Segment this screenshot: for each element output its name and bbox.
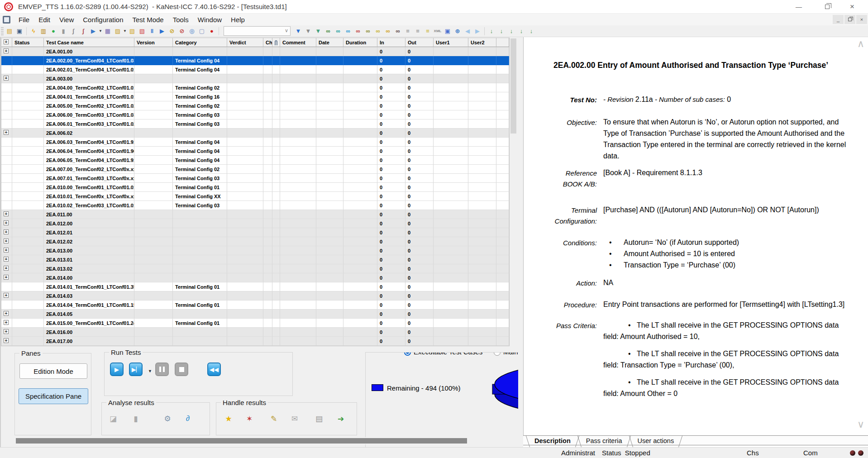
tab-pass-criteria[interactable]: Pass criteria xyxy=(581,436,628,447)
table-row[interactable]: 2EA.014.04_TermConf01_LTConf01.152Termin… xyxy=(1,301,509,310)
table-row[interactable]: 2EA.014.01_TermConf01_LTConf01.35Termina… xyxy=(1,282,509,291)
list-mid-icon[interactable]: ≡ xyxy=(413,27,423,36)
column-header-verdict[interactable]: Verdict xyxy=(227,38,263,47)
toolbar-search-combo[interactable] xyxy=(224,26,291,36)
rewind-button[interactable]: ◀◀ xyxy=(207,363,221,376)
minimize-button[interactable]: — xyxy=(788,0,809,14)
horizontal-scrollbar[interactable] xyxy=(1,437,518,444)
row-expander-icon[interactable]: + xyxy=(4,311,9,316)
table-row[interactable]: 2EA.010.00_TermConf01_LTConf01.01Termina… xyxy=(1,183,509,192)
abort-icon[interactable]: ● xyxy=(207,27,217,36)
export-report-5-icon[interactable]: ↓ xyxy=(526,27,536,36)
filter-icon[interactable]: ▼ xyxy=(293,27,303,36)
row-expander-icon[interactable]: + xyxy=(4,257,9,262)
mdi-close-button[interactable]: × xyxy=(856,15,867,24)
row-expander-icon[interactable]: + xyxy=(4,239,9,243)
column-header-test-case-name[interactable]: Test Case name xyxy=(44,38,134,47)
table-row[interactable]: +2EA.011.0000 xyxy=(1,210,509,219)
menu-tools[interactable]: Tools xyxy=(168,14,193,25)
block-film-icon[interactable]: ⊘ xyxy=(177,27,187,36)
row-expander-icon[interactable]: + xyxy=(4,248,9,253)
export-report-1-icon[interactable]: ↓ xyxy=(486,27,496,36)
run-to-breakpoint-button[interactable]: ▶▏ xyxy=(129,363,143,376)
film-icon[interactable]: ▦ xyxy=(103,27,113,36)
table-row[interactable]: +2EA.013.0100 xyxy=(1,255,509,264)
probe-red-icon[interactable]: ∫ xyxy=(78,27,88,36)
row-expander-icon[interactable]: + xyxy=(4,266,9,271)
report-document-icon[interactable]: ▮ xyxy=(130,413,142,425)
row-expander-icon[interactable]: + xyxy=(4,229,9,234)
expand-all-icon[interactable]: + xyxy=(4,39,9,44)
column-header-expand-all-icon[interactable]: + xyxy=(1,38,12,47)
table-row[interactable]: +2EA.006.0200 xyxy=(1,129,509,138)
mdi-restore-button[interactable] xyxy=(844,15,855,24)
export-folder-icon[interactable]: ▨ xyxy=(113,27,123,36)
web-config-icon[interactable]: ⊕ xyxy=(453,27,463,36)
disconnect-reader-icon[interactable]: ▮ xyxy=(58,27,68,36)
table-row[interactable]: +2EA.013.0000 xyxy=(1,246,509,255)
table-row[interactable]: +2EA.001.0000 xyxy=(1,47,509,56)
table-row[interactable]: +2EA.012.0000 xyxy=(1,219,509,228)
table-row[interactable]: 2EA.005.00_TermConf02_LTConf01.02Termina… xyxy=(1,101,509,110)
favourite-result-icon[interactable]: ★ xyxy=(223,413,234,425)
run-button[interactable]: ▶ xyxy=(110,363,124,376)
table-row[interactable]: +2EA.015.00_TermConf01_LTConf01.24Termin… xyxy=(1,319,509,328)
table-row[interactable]: 2EA.010.02_TermConf03_LTConf01.01Termina… xyxy=(1,201,509,210)
row-expander-icon[interactable]: + xyxy=(4,338,9,343)
mdi-minimize-button[interactable]: _ xyxy=(833,15,844,24)
hold-red-icon[interactable]: ▧ xyxy=(137,27,147,36)
find-teal-icon[interactable]: ∞ xyxy=(333,27,343,36)
connect-reader-icon[interactable]: ● xyxy=(48,27,58,36)
column-header-in[interactable]: In xyxy=(377,38,405,47)
row-expander-icon[interactable]: + xyxy=(4,130,9,135)
table-row[interactable]: 2EA.007.01_TermConf03_LTConf0x.xxTermina… xyxy=(1,174,509,183)
table-row[interactable]: 2EA.006.05_TermConf04_LTConf01.91Termina… xyxy=(1,156,509,165)
table-vertical-scrollbar[interactable] xyxy=(510,38,517,346)
menu-help[interactable]: Help xyxy=(226,14,249,25)
table-row[interactable]: 2EA.002.00_TermConf04_LTConf01.03Termina… xyxy=(1,56,509,65)
table-row[interactable]: +2EA.017.0000 xyxy=(1,337,509,346)
mail-result-icon[interactable]: ✉ xyxy=(289,413,300,425)
menu-file[interactable]: File xyxy=(14,14,34,25)
row-expander-icon[interactable]: + xyxy=(4,293,9,298)
column-header-version[interactable]: Version xyxy=(134,38,173,47)
find-red-icon[interactable]: ∞ xyxy=(353,27,363,36)
frame-view-icon[interactable]: ▣ xyxy=(443,27,453,36)
list-top-icon[interactable]: ≡ xyxy=(403,27,413,36)
nav-back-icon[interactable]: ◀ xyxy=(463,27,472,36)
find-gold-icon[interactable]: ∞ xyxy=(383,27,393,36)
edition-mode-button[interactable]: Edition Mode xyxy=(19,363,87,379)
export-report-2-icon[interactable]: ↓ xyxy=(496,27,506,36)
column-header-duration[interactable]: Duration xyxy=(343,38,377,47)
row-expander-icon[interactable]: + xyxy=(4,220,9,225)
table-row[interactable]: +2EA.013.0200 xyxy=(1,264,509,273)
row-expander-icon[interactable]: + xyxy=(4,329,9,334)
lightning-icon[interactable]: ϟ xyxy=(29,27,38,36)
table-row[interactable]: 2EA.004.00_TermConf02_LTConf01.01Termina… xyxy=(1,83,509,92)
error-script-icon[interactable]: ✶ xyxy=(243,413,255,425)
nav-forward-icon[interactable]: ▶ xyxy=(472,27,482,36)
table-row[interactable]: 2EA.007.00_TermConf02_LTConf0x.xxTermina… xyxy=(1,165,509,174)
column-header-paperclip-icon[interactable] xyxy=(272,38,280,47)
column-header-category[interactable]: Category xyxy=(173,38,227,47)
attachments-report-icon[interactable]: ∂ xyxy=(182,413,194,425)
print-result-icon[interactable]: ▤ xyxy=(313,413,325,425)
row-expander-icon[interactable]: + xyxy=(4,76,9,81)
run-script-icon[interactable]: ▶ xyxy=(88,27,98,36)
pause-button[interactable] xyxy=(155,363,169,376)
hold-yellow-icon[interactable]: ▧ xyxy=(127,27,137,36)
settings-report-icon[interactable]: ⚙ xyxy=(162,413,173,425)
table-row[interactable]: +2EA.014.0500 xyxy=(1,310,509,319)
dropdown-caret-icon[interactable]: ▼ xyxy=(123,29,127,33)
run-options-caret[interactable]: ▼ xyxy=(148,369,152,373)
menu-window[interactable]: Window xyxy=(193,14,226,25)
scroll-up-icon[interactable]: ∧ xyxy=(857,38,864,50)
tab-user-actions[interactable]: User actions xyxy=(632,436,680,447)
horizontal-scrollbar-thumb[interactable] xyxy=(16,438,467,444)
find-yellow-icon[interactable]: ∞ xyxy=(373,27,383,36)
close-button[interactable]: × xyxy=(842,0,863,14)
column-header-user2[interactable]: User2 xyxy=(468,38,496,47)
menu-view[interactable]: View xyxy=(55,14,78,25)
open-testsuite-icon[interactable]: ▤ xyxy=(5,27,14,36)
save-testsuite-icon[interactable]: ▣ xyxy=(14,27,24,36)
